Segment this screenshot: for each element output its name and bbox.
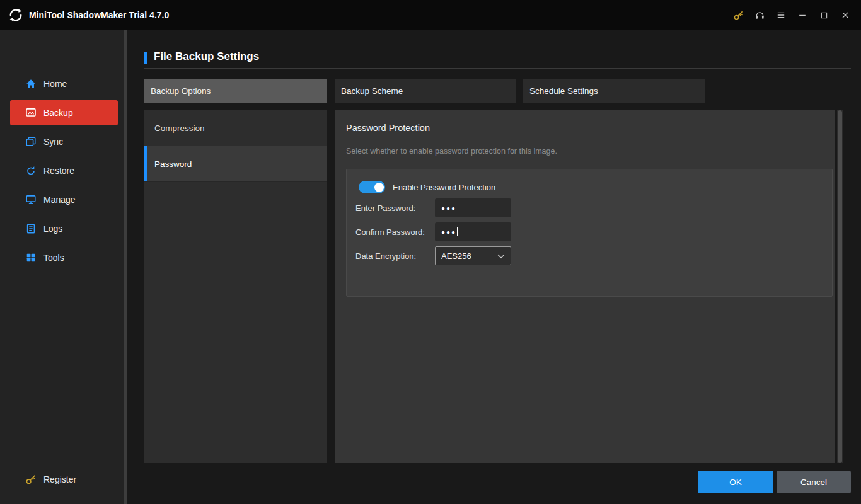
selected-encryption-value: AES256 <box>441 251 471 261</box>
enable-password-toggle[interactable] <box>359 181 385 193</box>
option-item-password[interactable]: Password <box>144 146 327 182</box>
data-encryption-select[interactable]: AES256 <box>435 246 511 265</box>
backup-options-list: Compression Password <box>144 110 327 463</box>
confirm-password-label: Confirm Password: <box>355 222 425 241</box>
toggle-knob <box>374 183 384 192</box>
minitool-logo-icon <box>9 8 23 22</box>
sidebar-item-label: Manage <box>43 195 76 205</box>
tab-backup-options[interactable]: Backup Options <box>144 79 327 103</box>
password-card: Enable Password Protection Enter Passwor… <box>346 169 833 297</box>
sidebar-item-tools[interactable]: Tools <box>0 243 124 272</box>
sidebar: Home Backup Sync <box>0 30 124 504</box>
sidebar-item-home[interactable]: Home <box>0 69 124 98</box>
sidebar-item-label: Register <box>43 474 76 484</box>
sidebar-item-label: Tools <box>43 253 64 263</box>
masked-password-value: ●●● <box>441 205 456 212</box>
toggle-row: Enable Password Protection <box>359 181 495 193</box>
page-title: File Backup Settings <box>154 50 259 63</box>
sidebar-item-feedback[interactable]: Feedback <box>0 494 124 504</box>
sidebar-item-label: Home <box>43 79 67 89</box>
enter-password-input[interactable]: ●●● <box>435 198 511 217</box>
sidebar-item-manage[interactable]: Manage <box>0 185 124 214</box>
sidebar-item-register[interactable]: Register <box>0 465 124 494</box>
option-item-compression[interactable]: Compression <box>144 110 327 146</box>
sidebar-item-restore[interactable]: Restore <box>0 156 124 185</box>
titlebar-buttons <box>727 6 861 25</box>
minimize-icon[interactable] <box>792 6 813 25</box>
text-cursor <box>457 227 458 236</box>
masked-password-value: ●●● <box>441 229 456 236</box>
sync-icon <box>25 136 37 147</box>
home-icon <box>25 78 37 89</box>
content-scrollbar[interactable] <box>837 110 843 463</box>
title-accent-bar <box>144 52 147 64</box>
cancel-button[interactable]: Cancel <box>777 471 851 493</box>
tools-icon <box>25 252 37 263</box>
app-window: MiniTool ShadowMaker Trial 4.7.0 <box>0 0 861 504</box>
sidebar-item-label: Restore <box>43 166 74 176</box>
confirm-password-input[interactable]: ●●● <box>435 222 511 241</box>
window-title: MiniTool ShadowMaker Trial 4.7.0 <box>29 10 169 20</box>
maximize-icon[interactable] <box>813 6 835 25</box>
scrollbar-thumb[interactable] <box>838 110 842 463</box>
sidebar-item-backup[interactable]: Backup <box>10 100 118 125</box>
chevron-down-icon <box>497 250 505 261</box>
logs-icon <box>25 223 37 234</box>
data-encryption-label: Data Encryption: <box>355 246 416 265</box>
tab-backup-scheme[interactable]: Backup Scheme <box>335 79 516 103</box>
password-settings-panel: Password Protection Select whether to en… <box>335 110 835 463</box>
main-area: File Backup Settings Backup Options Back… <box>127 30 861 504</box>
tab-schedule-settings[interactable]: Schedule Settings <box>523 79 705 103</box>
ok-button[interactable]: OK <box>698 471 773 493</box>
sidebar-item-label: Logs <box>43 224 62 234</box>
key-icon <box>25 474 37 485</box>
enter-password-label: Enter Password: <box>355 198 415 217</box>
sidebar-item-label: Sync <box>43 137 63 147</box>
sidebar-item-label: Backup <box>43 108 73 118</box>
close-icon[interactable] <box>835 6 856 25</box>
key-icon[interactable] <box>727 6 749 25</box>
headset-icon[interactable] <box>749 6 770 25</box>
sidebar-item-sync[interactable]: Sync <box>0 127 124 156</box>
menu-icon[interactable] <box>770 6 792 25</box>
panel-subtitle: Select whether to enable password protec… <box>346 147 557 156</box>
restore-icon <box>25 165 37 176</box>
manage-icon <box>25 194 37 205</box>
titlebar: MiniTool ShadowMaker Trial 4.7.0 <box>0 0 861 30</box>
toggle-label: Enable Password Protection <box>393 183 495 192</box>
panel-title: Password Protection <box>346 123 430 133</box>
header-divider <box>144 68 851 69</box>
sidebar-item-logs[interactable]: Logs <box>0 214 124 243</box>
backup-icon <box>25 107 37 118</box>
